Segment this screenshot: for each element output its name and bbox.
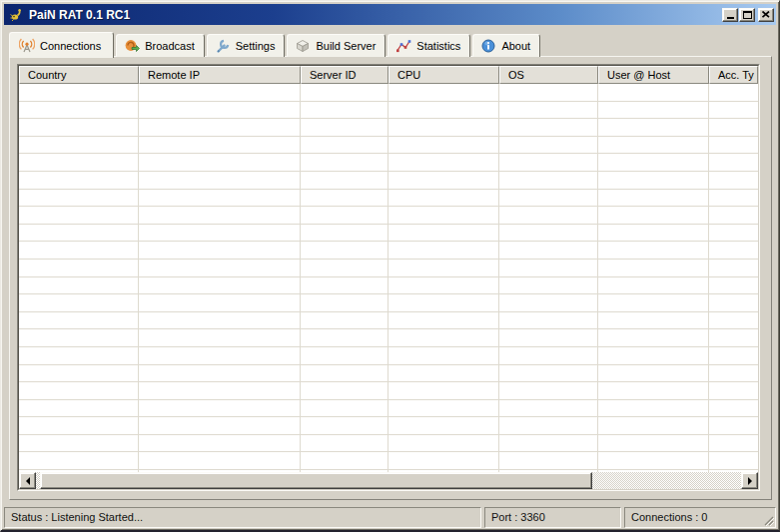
table-cell [389,260,499,276]
connections-text: Connections : 0 [631,511,707,523]
table-cell [139,225,301,242]
table-cell [301,400,389,417]
close-icon [762,11,770,18]
table-row [19,452,758,470]
maximize-button[interactable] [739,8,755,22]
table-cell [598,154,709,171]
column-header-server-id[interactable]: Server ID [301,66,389,84]
table-cell [19,400,139,417]
table-cell [389,452,499,469]
table-cell [389,294,499,311]
table-cell [389,137,499,154]
tab-about[interactable]: About [472,34,540,57]
horizontal-scrollbar[interactable] [19,472,758,489]
table-cell [499,365,598,382]
table-row [19,400,758,418]
table-cell [499,294,598,311]
table-cell [301,260,389,276]
table-cell [301,312,389,329]
table-row [19,347,758,365]
column-header-acc-type[interactable]: Acc. Ty [709,66,758,84]
table-cell [301,172,389,189]
table-cell [139,347,301,364]
table-cell [389,435,499,452]
table-cell [389,382,499,399]
table-cell [709,260,758,276]
table-cell [139,294,301,311]
app-icon [8,7,24,23]
table-cell [301,190,389,207]
table-cell [499,225,598,242]
table-cell [19,137,139,154]
table-row [19,294,758,312]
table-cell [709,119,758,136]
table-cell [389,190,499,207]
table-row [19,207,758,225]
tab-label: Broadcast [145,40,195,52]
table-cell [709,172,758,189]
table-cell [499,172,598,189]
column-header-remote-ip[interactable]: Remote IP [139,66,301,84]
tab-label: Connections [40,40,101,52]
resize-grip-icon[interactable] [762,514,774,526]
tab-build-server[interactable]: Build Server [287,34,386,57]
table-cell [301,347,389,364]
tab-connections[interactable]: Connections [9,32,114,58]
scroll-left-icon [26,477,30,485]
table-cell [499,312,598,329]
table-cell [499,207,598,224]
table-cell [139,452,301,469]
table-cell [598,417,709,434]
table-cell [139,102,301,119]
table-cell [499,382,598,399]
table-cell [139,277,301,294]
table-cell [139,417,301,434]
table-cell [389,119,499,136]
table-row [19,277,758,295]
scroll-right-icon [748,477,752,485]
table-cell [499,277,598,294]
table-cell [301,329,389,346]
table-cell [301,207,389,224]
table-cell [19,329,139,346]
table-cell [598,190,709,207]
port-text: Port : 3360 [491,511,545,523]
tab-broadcast[interactable]: Broadcast [116,34,205,57]
minimize-icon [727,17,734,19]
column-header-user-host[interactable]: User @ Host [598,66,709,84]
table-cell [598,260,709,276]
minimize-button[interactable] [722,8,738,22]
scroll-left-button[interactable] [19,472,36,489]
tab-settings[interactable]: Settings [207,34,286,57]
table-cell [499,137,598,154]
table-cell [139,312,301,329]
column-header-cpu[interactable]: CPU [389,66,499,84]
table-cell [19,119,139,136]
table-cell [499,435,598,452]
statistics-icon [395,38,411,54]
table-cell [389,207,499,224]
table-cell [19,294,139,311]
window-controls [721,8,774,22]
table-cell [709,84,758,101]
table-cell [499,347,598,364]
close-button[interactable] [758,8,774,22]
table-row [19,417,758,435]
tab-label: About [501,40,530,52]
maximize-icon [743,11,752,19]
table-cell [389,225,499,242]
tab-strip: Connections Broadcast Settings [9,31,542,57]
table-row [19,260,758,277]
table-row [19,154,758,172]
column-header-os[interactable]: OS [499,66,598,84]
scrollbar-thumb[interactable] [40,472,592,489]
table-cell [709,102,758,119]
scroll-right-button[interactable] [741,472,758,489]
table-cell [709,329,758,346]
tab-statistics[interactable]: Statistics [388,34,470,57]
column-header-country[interactable]: Country [19,66,139,84]
table-cell [19,452,139,469]
table-cell [709,365,758,382]
table-cell [19,260,139,276]
scrollbar-track[interactable] [592,472,741,489]
